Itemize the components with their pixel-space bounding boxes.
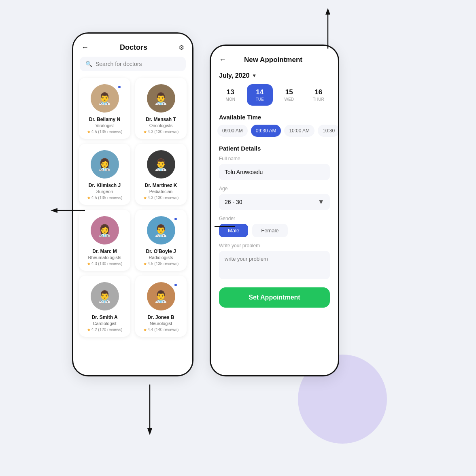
doctor-avatar: 👩‍⚕️ <box>91 150 119 178</box>
calendar-day[interactable]: 16THUR <box>306 84 332 106</box>
day-name: MON <box>226 97 235 102</box>
search-input[interactable] <box>96 61 180 67</box>
calendar-day[interactable]: 13MON <box>217 84 244 106</box>
doctors-title: Doctors <box>120 43 147 52</box>
calendar-day[interactable]: 15WED <box>276 84 302 106</box>
day-number: 14 <box>256 88 264 96</box>
day-number: 16 <box>314 88 322 96</box>
time-slot[interactable]: 10:00 AM <box>284 125 314 137</box>
age-select-wrapper: 26 - 30 18 - 25 31 - 40 41 - 50 ▼ <box>219 194 330 210</box>
doctor-specialty: Pediatrician <box>149 189 172 194</box>
doctor-rating: ★ 4.3 (130 reviews) <box>143 196 179 200</box>
doctor-rating: ★ 4.5 (135 reviews) <box>87 130 123 134</box>
doctor-card[interactable]: 👨‍⚕️Dr. Jones BNeurologist★ 4.4 (140 rev… <box>135 276 187 337</box>
problem-textarea[interactable] <box>219 251 330 279</box>
time-slots: 09:00 AM09:30 AM10:00 AM10:30 <box>211 125 338 143</box>
calendar-day[interactable]: 14TUE <box>247 84 273 106</box>
doctor-card[interactable]: 👨‍⚕️Dr. Martinez KPediatrician★ 4.3 (130… <box>135 144 187 205</box>
doctor-card[interactable]: 👩‍⚕️Dr. Marc MRheumatologists★ 4.3 (130 … <box>79 210 130 271</box>
time-slot[interactable]: 10:30 <box>318 125 338 137</box>
star-icon: ★ <box>143 130 147 134</box>
doctor-rating: ★ 4.4 (140 reviews) <box>143 327 179 332</box>
doctor-name: Dr. Klimisch J <box>89 183 121 188</box>
time-slot[interactable]: 09:30 AM <box>251 125 281 137</box>
set-appointment-button[interactable]: Set Appointment <box>219 287 330 308</box>
gender-button[interactable]: Female <box>252 224 287 237</box>
search-icon: 🔍 <box>85 61 92 67</box>
doctor-specialty: Radiologists <box>149 255 173 260</box>
doctor-card[interactable]: 👨‍⚕️Dr. Mensah TOncologists★ 4.3 (130 re… <box>135 78 187 139</box>
svg-marker-1 <box>325 8 330 15</box>
back-button[interactable]: ← <box>81 43 89 52</box>
doctor-name: Dr. Bellamy N <box>89 117 120 122</box>
star-icon: ★ <box>87 130 91 134</box>
doctor-specialty: Neurologist <box>150 321 172 326</box>
appt-back-button[interactable]: ← <box>219 55 226 64</box>
patient-details-label: Patient Details <box>211 143 338 156</box>
doctor-rating: ★ 4.2 (120 reviews) <box>87 327 123 332</box>
phones-wrapper: ← Doctors ⚙ 🔍 👨‍⚕️Dr. Bellamy NViralogis… <box>72 32 404 376</box>
doctor-name: Dr. Jones B <box>147 314 174 320</box>
calendar-row: 13MON14TUE15WED16THUR <box>211 84 338 112</box>
doctor-name: Dr. Martinez K <box>144 183 177 188</box>
doctor-avatar: 👨‍⚕️ <box>147 282 175 310</box>
doctor-card[interactable]: 👨‍⚕️Dr. Bellamy NViralogist★ 4.5 (135 re… <box>79 78 130 139</box>
doctor-name: Dr. Mensah T <box>146 117 176 122</box>
doctor-specialty: Cardiologist <box>93 321 116 326</box>
doctors-phone: ← Doctors ⚙ 🔍 👨‍⚕️Dr. Bellamy NViralogis… <box>72 32 193 376</box>
online-indicator <box>174 283 178 287</box>
doctor-card[interactable]: 👩‍⚕️Dr. Klimisch JSurgeon★ 4.5 (135 revi… <box>79 144 130 205</box>
time-slot[interactable]: 09:00 AM <box>217 125 248 137</box>
doctor-specialty: Rheumatologists <box>88 255 121 260</box>
doctor-name: Dr. Smith A <box>91 314 117 320</box>
doctor-avatar: 👨‍⚕️ <box>147 216 175 244</box>
gender-label: Gender <box>219 216 330 221</box>
doctor-avatar: 👨‍⚕️ <box>147 84 175 113</box>
doctor-rating: ★ 4.3 (130 reviews) <box>143 130 179 134</box>
doctor-specialty: Viralogist <box>96 123 114 128</box>
doctor-name: Dr. O'Boyle J <box>146 249 176 254</box>
online-indicator <box>117 85 121 89</box>
filter-icon[interactable]: ⚙ <box>178 44 184 51</box>
day-name: TUE <box>256 97 264 102</box>
available-time-label: Available Time <box>211 112 338 125</box>
day-name: WED <box>285 97 294 102</box>
star-icon: ★ <box>143 261 147 266</box>
month-chevron-icon: ▼ <box>252 73 257 79</box>
patient-section: Full name Age 26 - 30 18 - 25 31 - 40 41… <box>211 156 338 316</box>
month-selector[interactable]: July, 2020 ▼ <box>211 69 338 84</box>
doctor-card[interactable]: 👨‍⚕️Dr. O'Boyle JRadiologists★ 4.5 (135 … <box>135 210 187 271</box>
star-icon: ★ <box>87 196 91 200</box>
month-label: July, 2020 <box>219 72 249 79</box>
doctor-avatar: 👩‍⚕️ <box>91 216 119 244</box>
search-bar[interactable]: 🔍 <box>80 57 186 71</box>
doctor-rating: ★ 4.5 (135 reviews) <box>87 196 123 200</box>
appt-header: ← New Appointment <box>211 46 338 69</box>
svg-marker-3 <box>147 428 152 435</box>
doctor-name: Dr. Marc M <box>92 249 117 254</box>
appointment-phone: ← New Appointment July, 2020 ▼ 13MON14TU… <box>210 45 339 376</box>
phone1-header: ← Doctors ⚙ <box>73 34 192 57</box>
doctor-rating: ★ 4.5 (135 reviews) <box>143 261 179 266</box>
star-icon: ★ <box>143 196 147 200</box>
full-name-input[interactable] <box>219 164 330 180</box>
problem-label: Write your problem <box>219 243 330 249</box>
appt-title: New Appointment <box>244 56 302 64</box>
doctor-specialty: Surgeon <box>96 189 113 194</box>
star-icon: ★ <box>143 327 147 332</box>
star-icon: ★ <box>87 261 91 266</box>
online-indicator <box>174 217 178 221</box>
svg-marker-5 <box>51 208 57 213</box>
day-number: 15 <box>285 88 293 96</box>
star-icon: ★ <box>87 327 91 332</box>
doctor-avatar: 👨‍⚕️ <box>147 150 175 178</box>
doctor-rating: ★ 4.3 (130 reviews) <box>87 261 123 266</box>
full-name-label: Full name <box>219 156 330 162</box>
doctor-specialty: Oncologists <box>149 123 172 128</box>
gender-row: MaleFemale <box>219 224 330 237</box>
doctor-card[interactable]: 👨‍⚕️Dr. Smith ACardiologist★ 4.2 (120 re… <box>79 276 130 337</box>
day-number: 13 <box>227 88 234 96</box>
doctor-avatar: 👨‍⚕️ <box>91 84 119 113</box>
gender-button[interactable]: Male <box>219 224 248 237</box>
age-select[interactable]: 26 - 30 18 - 25 31 - 40 41 - 50 <box>219 194 330 210</box>
